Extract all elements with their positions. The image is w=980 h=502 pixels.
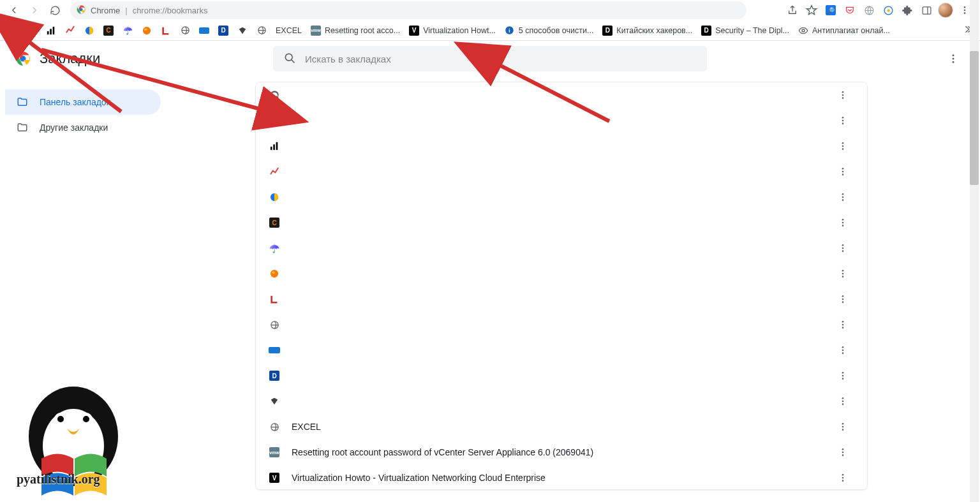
bookmark-item[interactable]	[24, 22, 40, 39]
item-menu-button[interactable]	[831, 339, 854, 362]
svg-point-80	[842, 448, 844, 450]
item-menu-button[interactable]	[831, 237, 854, 260]
bookmark-item[interactable]	[158, 22, 174, 39]
search-input[interactable]	[305, 54, 697, 64]
chrome-logo-icon	[15, 51, 31, 66]
svg-point-10	[31, 29, 33, 32]
bookmark-item[interactable]	[139, 22, 154, 39]
list-item[interactable]	[256, 159, 867, 184]
svg-point-77	[842, 423, 844, 425]
page-menu-button[interactable]	[942, 47, 965, 70]
svg-point-31	[842, 97, 844, 99]
svg-rect-36	[271, 147, 272, 150]
sidebar-item-bookmarks-bar[interactable]: Панель закладок	[5, 89, 161, 115]
bookmark-label: Китайских хакеров...	[616, 26, 692, 35]
list-item[interactable]: EXCEL	[256, 414, 867, 439]
list-item[interactable]: C	[256, 210, 867, 235]
svg-point-42	[842, 168, 844, 170]
svg-point-39	[842, 142, 844, 144]
bookmark-item[interactable]: VVirtualization Howt...	[406, 22, 498, 39]
list-item[interactable]	[256, 388, 867, 414]
favicon-info-icon: i	[505, 26, 515, 36]
svg-point-30	[842, 94, 844, 96]
item-menu-button[interactable]	[831, 441, 854, 464]
svg-rect-12	[50, 29, 52, 34]
svg-point-82	[842, 454, 844, 456]
ext-globe-icon[interactable]	[861, 3, 877, 18]
bookmark-item[interactable]: vmwResetting root acco...	[308, 22, 403, 39]
list-item[interactable]	[256, 337, 867, 363]
profile-avatar[interactable]	[938, 3, 953, 18]
item-menu-button[interactable]	[831, 211, 854, 234]
svg-point-44	[842, 173, 844, 175]
favicon-d3-icon: D	[701, 26, 711, 36]
item-menu-button[interactable]	[831, 262, 854, 285]
favicon-globe-icon	[269, 319, 280, 330]
bookmark-item[interactable]: DКитайских хакеров...	[600, 22, 695, 39]
svg-point-4	[887, 9, 889, 11]
scrollbar-thumb[interactable]	[970, 51, 979, 185]
list-item[interactable]: VVirtualization Howto - Virtualization N…	[256, 465, 867, 490]
item-menu-button[interactable]	[831, 186, 854, 209]
list-item[interactable]: vmwResetting root account password of vC…	[256, 439, 867, 465]
item-menu-button[interactable]	[831, 109, 854, 132]
svg-point-54	[842, 250, 844, 252]
ext-search-icon[interactable]: 🔎	[823, 3, 838, 18]
back-button[interactable]	[5, 1, 23, 19]
bookmark-item[interactable]	[82, 22, 97, 39]
item-menu-button[interactable]	[831, 135, 854, 158]
item-menu-button[interactable]	[831, 364, 854, 387]
bookmark-item[interactable]: EXCEL	[273, 22, 304, 39]
item-menu-button[interactable]	[831, 313, 854, 336]
favicon-gear-icon	[269, 115, 280, 126]
favicon-v-icon: V	[409, 26, 419, 36]
list-item[interactable]	[256, 184, 867, 210]
reload-button[interactable]	[46, 1, 64, 19]
bookmark-item[interactable]: DSecurity – The Dipl...	[699, 22, 792, 39]
svg-point-15	[143, 26, 151, 34]
svg-rect-38	[276, 142, 278, 150]
list-item[interactable]	[256, 261, 867, 286]
bookmark-item[interactable]	[254, 22, 269, 39]
bookmark-item[interactable]	[197, 22, 212, 39]
list-item[interactable]	[256, 286, 867, 312]
bookmarks-list: 🎧 C ☂️ D EXCEL vmwResetting root account…	[255, 82, 868, 490]
bookmark-item[interactable]: Антиплагиат онлай...	[796, 22, 893, 39]
ext-pocket-icon[interactable]	[842, 3, 858, 18]
bookmark-item[interactable]	[177, 22, 193, 39]
bookmark-item[interactable]	[43, 22, 59, 39]
search-icon	[283, 52, 296, 66]
address-bar[interactable]: Chrome | chrome://bookmarks	[70, 1, 746, 19]
ext-shield-icon[interactable]	[880, 3, 896, 18]
item-menu-button[interactable]	[831, 390, 854, 413]
bookmark-item[interactable]	[63, 22, 78, 39]
side-panel-icon[interactable]	[919, 3, 934, 18]
bookmark-item[interactable]: i5 способов очисти...	[502, 22, 597, 39]
item-menu-button[interactable]	[831, 84, 854, 107]
list-item[interactable]	[256, 312, 867, 337]
sidebar-item-other-bookmarks[interactable]: Другие закладки	[5, 115, 161, 140]
list-item[interactable]: 🎧	[256, 82, 867, 108]
bookmark-item[interactable]	[235, 22, 250, 39]
star-icon[interactable]	[804, 3, 819, 18]
svg-point-48	[842, 199, 844, 201]
item-menu-button[interactable]	[831, 466, 854, 489]
list-item[interactable]	[256, 108, 867, 133]
item-menu-button[interactable]	[831, 288, 854, 311]
bookmark-item[interactable]: ☂️	[120, 22, 135, 39]
item-menu-button[interactable]	[831, 415, 854, 438]
search-box[interactable]	[273, 46, 707, 71]
bookmark-item[interactable]: D	[216, 22, 231, 39]
svg-point-64	[842, 321, 844, 323]
share-icon[interactable]	[785, 3, 800, 18]
forward-button[interactable]	[26, 1, 43, 19]
list-item[interactable]: D	[256, 363, 867, 388]
bookmark-item[interactable]: 🎧	[5, 22, 20, 39]
svg-point-24	[285, 54, 292, 61]
list-item[interactable]	[256, 133, 867, 159]
extensions-icon[interactable]	[900, 3, 915, 18]
svg-point-29	[842, 91, 844, 93]
item-menu-button[interactable]	[831, 160, 854, 183]
bookmark-item[interactable]: C	[101, 22, 116, 39]
list-item[interactable]: ☂️	[256, 235, 867, 261]
